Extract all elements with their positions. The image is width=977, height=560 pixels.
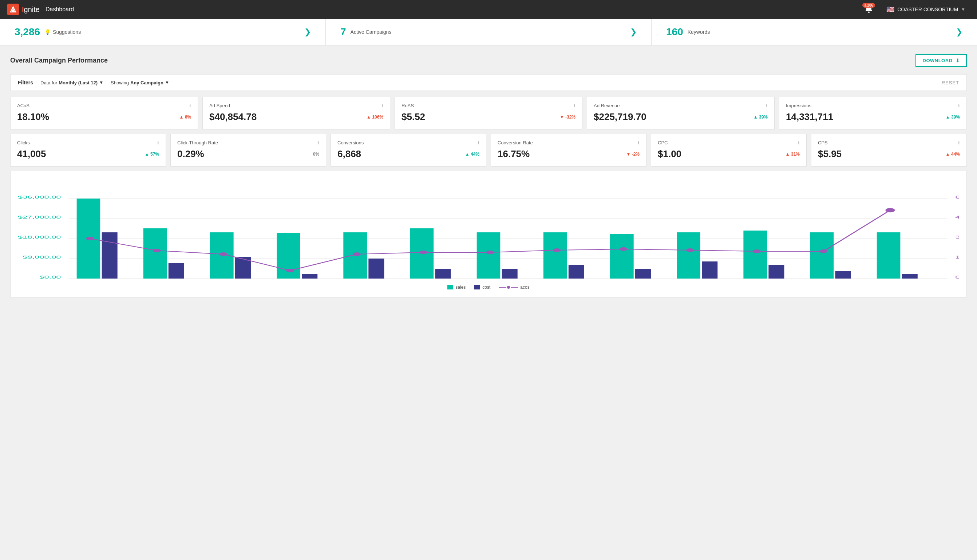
metric-value: $40,854.78 (209, 111, 257, 123)
metric-card-conversion-rate: Conversion Rateℹ16.75%▼ -2% (491, 134, 646, 167)
metric-name: CPS (818, 140, 828, 145)
svg-point-69 (885, 208, 895, 212)
svg-rect-40 (569, 265, 584, 278)
svg-text:$9,000.00: $9,000.00 (23, 255, 61, 260)
metric-info-icon[interactable]: ℹ (318, 140, 319, 145)
campaigns-arrow-icon: ❯ (630, 27, 637, 37)
section-header: Overall Campaign Performance DOWNLOAD ⬇ (10, 54, 967, 67)
metric-card-conversions: Conversionsℹ6,868▲ 44% (331, 134, 486, 167)
svg-rect-46 (702, 262, 718, 278)
metric-change: ▼ -2% (626, 152, 639, 157)
svg-text:60%: 60% (955, 195, 959, 200)
section-title: Overall Campaign Performance (10, 57, 108, 64)
metric-info-icon[interactable]: ℹ (157, 140, 159, 145)
metric-change: ▲ 31% (786, 152, 800, 157)
legend-acos-label: acos (520, 285, 529, 290)
metric-info-icon[interactable]: ℹ (189, 103, 191, 108)
svg-rect-52 (835, 271, 851, 278)
logo[interactable]: Ignite (7, 3, 40, 15)
metric-info-icon[interactable]: ℹ (766, 103, 768, 108)
company-selector[interactable]: 🇺🇸 COASTER CONSORTIUM ▼ (882, 3, 970, 17)
suggestions-label: 💡 Suggestions (44, 29, 81, 35)
svg-point-64 (553, 248, 561, 252)
metric-name: Ad Spend (209, 103, 230, 108)
metric-name: ACoS (17, 103, 30, 108)
svg-rect-51 (810, 232, 834, 278)
svg-text:0%: 0% (955, 275, 959, 280)
metric-card-roas: RoASℹ$5.52▼ -32% (395, 97, 582, 130)
metric-change: ▲ 39% (946, 115, 960, 120)
metric-card-ad-spend: Ad Spendℹ$40,854.78▲ 106% (202, 97, 390, 130)
metric-value: 16.75% (498, 148, 530, 160)
metric-change: ▲ 57% (145, 152, 159, 157)
metric-value: 14,331,711 (786, 111, 833, 123)
metric-card-acos: ACoSℹ18.10%▲ 6% (10, 97, 198, 130)
svg-rect-31 (368, 258, 384, 278)
svg-rect-34 (435, 269, 451, 278)
metric-change: ▲ 6% (179, 115, 191, 120)
legend-cost: cost (474, 285, 490, 290)
chart-legend: sales cost acos (18, 285, 959, 290)
svg-text:$18,000.00: $18,000.00 (18, 235, 61, 240)
legend-cost-color (474, 285, 480, 290)
svg-rect-36 (477, 232, 500, 278)
metric-change: ▲ 106% (366, 115, 383, 120)
metric-card-click-through-rate: Click-Through Rateℹ0.29%0% (171, 134, 326, 167)
metric-info-icon[interactable]: ℹ (381, 103, 383, 108)
svg-rect-43 (635, 269, 651, 278)
metric-value: 6,868 (338, 148, 361, 160)
metric-info-icon[interactable]: ℹ (638, 140, 639, 145)
metric-name: Ad Revenue (594, 103, 620, 108)
suggestions-number: 3,286 (15, 26, 40, 38)
logo-icon (7, 3, 19, 15)
metric-name: Conversion Rate (498, 140, 533, 145)
metric-change: ▲ 44% (465, 152, 479, 157)
svg-text:15%: 15% (955, 255, 959, 260)
svg-text:$27,000.00: $27,000.00 (18, 215, 61, 220)
notification-button[interactable]: 3,286 (862, 2, 876, 17)
svg-rect-37 (502, 269, 518, 278)
header-right: 3,286 🇺🇸 COASTER CONSORTIUM ▼ (862, 2, 970, 17)
header-left: Ignite Dashboard (7, 3, 74, 15)
svg-text:30%: 30% (955, 235, 959, 240)
metric-info-icon[interactable]: ℹ (478, 140, 479, 145)
metric-info-icon[interactable]: ℹ (958, 103, 960, 108)
svg-point-65 (619, 247, 627, 251)
svg-rect-48 (743, 230, 767, 278)
metric-info-icon[interactable]: ℹ (574, 103, 575, 108)
metric-name: Conversions (338, 140, 364, 145)
legend-acos-dot (507, 286, 510, 289)
campaigns-number: 7 (340, 26, 346, 38)
svg-rect-19 (102, 232, 117, 278)
svg-point-62 (419, 250, 427, 254)
svg-point-66 (686, 248, 694, 252)
data-prefix: Data for (40, 80, 57, 85)
svg-rect-55 (902, 274, 918, 278)
header-divider (879, 3, 879, 15)
suggestions-arrow-icon: ❯ (304, 27, 311, 37)
campaign-value: Any Campaign (130, 80, 164, 85)
metric-value: $225,719.70 (594, 111, 646, 123)
keywords-number: 160 (666, 26, 683, 38)
data-period-value: Monthly (Last 12) (59, 80, 97, 85)
download-button[interactable]: DOWNLOAD ⬇ (915, 54, 967, 67)
app-header: Ignite Dashboard 3,286 🇺🇸 COASTER CONSOR… (0, 0, 977, 19)
suggestions-stat[interactable]: 3,286 💡 Suggestions ❯ (0, 19, 326, 45)
reset-button[interactable]: RESET (942, 80, 959, 85)
campaigns-stat[interactable]: 7 Active Campaigns ❯ (326, 19, 652, 45)
metric-value: $1.00 (658, 148, 681, 160)
metric-change: 0% (313, 152, 319, 157)
campaign-filter[interactable]: Showing Any Campaign ▼ (110, 80, 169, 85)
logo-text: Ignite (22, 5, 40, 14)
keywords-stat[interactable]: 160 Keywords ❯ (652, 19, 977, 45)
metric-name: Impressions (786, 103, 811, 108)
metric-info-icon[interactable]: ℹ (958, 140, 960, 145)
legend-sales-color (447, 285, 453, 290)
metric-change: ▲ 39% (753, 115, 768, 120)
svg-rect-21 (144, 228, 167, 278)
svg-rect-49 (768, 265, 784, 278)
data-period-filter[interactable]: Data for Monthly (Last 12) ▼ (40, 80, 104, 85)
svg-point-58 (153, 249, 161, 252)
metric-info-icon[interactable]: ℹ (798, 140, 800, 145)
metric-change: ▲ 44% (946, 152, 960, 157)
